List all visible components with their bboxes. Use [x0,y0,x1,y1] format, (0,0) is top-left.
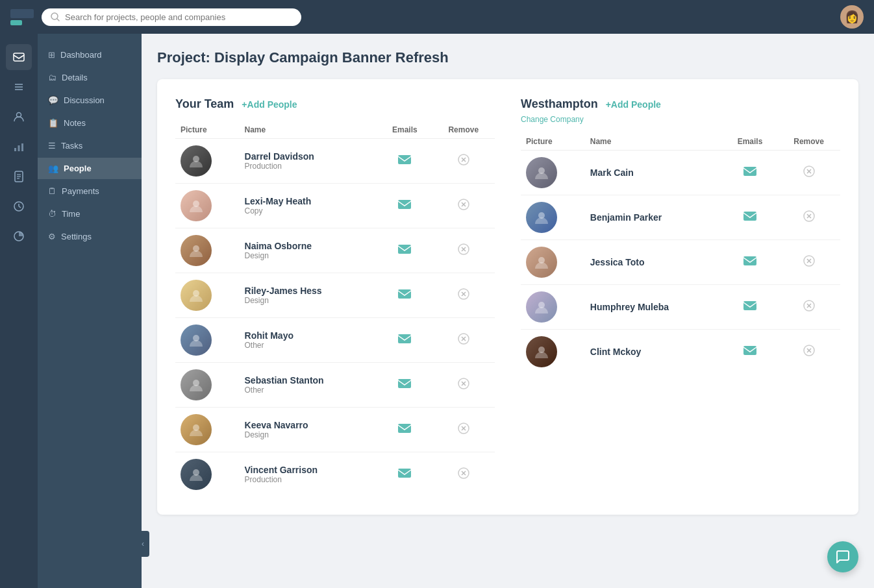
change-company-link[interactable]: Change Company [521,115,840,124]
remove-icon[interactable] [457,424,470,437]
person-email-cell[interactable] [377,228,432,273]
person-remove-cell[interactable] [432,273,495,318]
sidebar-item-label: Details [62,73,88,82]
person-email-cell[interactable] [377,273,432,318]
sidebar-item-label: Time [62,209,80,219]
your-team-add-people-button[interactable]: +Add People [242,99,297,110]
email-icon[interactable] [743,211,757,224]
email-icon[interactable] [743,166,757,179]
person-remove-cell[interactable] [777,151,840,195]
person-email-cell[interactable] [723,330,777,374]
person-remove-cell[interactable] [432,452,495,497]
email-icon[interactable] [397,334,412,347]
email-icon[interactable] [397,423,412,436]
sidebar-item-tasks[interactable]: ☰ Tasks [38,135,142,156]
person-role: Production [245,475,373,484]
person-email-cell[interactable] [377,363,432,408]
person-email-cell[interactable] [377,452,432,497]
remove-icon[interactable] [457,469,470,482]
person-remove-cell[interactable] [432,184,495,228]
remove-icon[interactable] [803,167,816,180]
email-icon[interactable] [397,378,412,391]
person-avatar [181,414,212,445]
user-avatar[interactable]: 👩 [840,5,864,29]
col-name: Name [585,133,723,151]
email-icon[interactable] [397,289,412,302]
remove-icon[interactable] [457,335,470,348]
logo-rect1 [10,9,34,18]
sidebar-item-discussion[interactable]: 💬 Discussion [38,90,142,111]
person-email-cell[interactable] [377,184,432,228]
person-avatar [181,459,212,490]
sidebar-item-payments[interactable]: 🗒 Payments [38,180,142,202]
sidebar-item-people[interactable]: 👥 People [38,158,142,179]
email-icon[interactable] [743,300,757,313]
svg-rect-2 [14,53,24,61]
table-row: Keeva Navarro Design [175,408,495,452]
sidebar-item-details[interactable]: 🗂 Details [38,67,142,88]
remove-icon[interactable] [803,347,816,360]
person-email-cell[interactable] [723,151,777,195]
rail-icon-clock[interactable] [6,193,32,219]
email-icon[interactable] [397,468,412,481]
remove-icon[interactable] [457,156,470,169]
person-name: Mark Cain [590,167,718,178]
notes-icon: 📋 [48,118,58,128]
person-remove-cell[interactable] [432,318,495,363]
person-remove-cell[interactable] [777,195,840,240]
remove-icon[interactable] [457,380,470,393]
sidebar-item-settings[interactable]: ⚙ Settings [38,226,142,247]
person-email-cell[interactable] [723,285,777,330]
person-email-cell[interactable] [723,195,777,240]
person-email-cell[interactable] [377,139,432,184]
email-icon[interactable] [397,199,412,212]
table-row: Humphrey Muleba [521,285,840,330]
sidebar-item-label: Discussion [64,95,105,105]
remove-icon[interactable] [457,290,470,303]
sidebar-item-dashboard[interactable]: ⊞ Dashboard [38,44,142,66]
rail-icon-inbox[interactable] [6,44,32,70]
logo-rect2 [10,20,22,25]
table-row: Rohit Mayo Other [175,318,495,363]
table-row: Clint Mckoy [521,330,840,374]
person-name-cell: Sebastian Stanton Other [240,363,378,408]
svg-line-1 [57,19,59,21]
person-remove-cell[interactable] [432,408,495,452]
rail-icon-person[interactable] [6,104,32,130]
person-remove-cell[interactable] [777,285,840,330]
search-bar[interactable] [42,8,301,26]
remove-icon[interactable] [803,302,816,315]
sidebar-item-time[interactable]: ⏱ Time [38,203,142,225]
search-input[interactable] [65,12,292,22]
content-area: Project: Display Campaign Banner Refresh… [142,34,874,588]
remove-icon[interactable] [457,201,470,214]
person-remove-cell[interactable] [432,139,495,184]
person-avatar [526,336,557,367]
person-name: Darrel Davidson [245,151,373,162]
remove-icon[interactable] [457,245,470,258]
rail-icon-pie[interactable] [6,223,32,249]
sidebar-item-notes[interactable]: 📋 Notes [38,112,142,134]
westhampton-add-people-button[interactable]: +Add People [606,99,661,110]
person-remove-cell[interactable] [432,228,495,273]
email-icon[interactable] [397,244,412,257]
person-email-cell[interactable] [723,240,777,285]
table-row: Naima Osborne Design [175,228,495,273]
remove-icon[interactable] [803,257,816,270]
person-remove-cell[interactable] [777,330,840,374]
person-picture-cell [175,184,240,228]
rail-icon-doc[interactable] [6,164,32,190]
email-icon[interactable] [743,345,757,358]
person-remove-cell[interactable] [432,363,495,408]
person-email-cell[interactable] [377,318,432,363]
person-remove-cell[interactable] [777,240,840,285]
email-icon[interactable] [743,256,757,269]
chat-fab-button[interactable] [827,541,858,572]
remove-icon[interactable] [803,212,816,225]
email-icon[interactable] [397,154,412,167]
person-email-cell[interactable] [377,408,432,452]
rail-icon-chart[interactable] [6,134,32,160]
rail-icon-list[interactable] [6,74,32,100]
sidebar-collapse-button[interactable]: ‹ [136,531,149,557]
person-name: Rohit Mayo [245,330,373,341]
